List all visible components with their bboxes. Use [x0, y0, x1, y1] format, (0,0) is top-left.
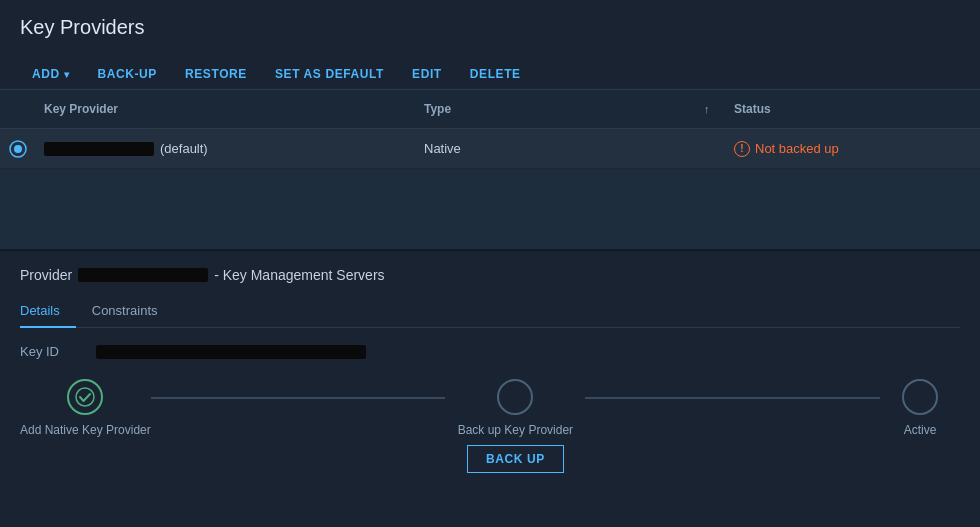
key-id-value-redacted: [96, 345, 366, 359]
step-active-circle: [902, 379, 938, 415]
row-select-icon[interactable]: [8, 139, 28, 159]
back-up-button[interactable]: BACK UP: [467, 445, 564, 473]
steps-wrapper: Add Native Key Provider Back up Key Prov…: [20, 379, 960, 473]
provider-name-redacted-2: [78, 268, 208, 282]
tabs: Details Constraints: [20, 295, 960, 328]
svg-point-1: [14, 145, 22, 153]
warning-icon: !: [734, 141, 750, 157]
row-selector-cell[interactable]: [0, 131, 36, 167]
step-add-native-label: Add Native Key Provider: [20, 423, 151, 437]
row-name-cell: (default): [36, 133, 416, 164]
col-type: Type: [416, 98, 696, 120]
detail-section: Provider - Key Management Servers Detail…: [0, 251, 980, 493]
col-sort[interactable]: ↑: [696, 98, 726, 120]
table-header: Key Provider Type ↑ Status: [0, 90, 980, 129]
tab-details[interactable]: Details: [20, 295, 76, 328]
table-empty-area: [0, 169, 980, 249]
row-status-cell: ! Not backed up: [726, 133, 980, 165]
col-key-provider: Key Provider: [36, 98, 416, 120]
sort-icon: ↑: [704, 103, 710, 115]
chevron-down-icon: ▾: [64, 69, 70, 80]
key-id-row: Key ID: [20, 344, 960, 359]
tab-constraints[interactable]: Constraints: [92, 295, 174, 328]
connector-1: [151, 397, 446, 399]
page-header: Key Providers: [0, 0, 980, 59]
page-title: Key Providers: [20, 16, 960, 39]
table-section: Key Provider Type ↑ Status (default) Na: [0, 90, 980, 251]
step-add-native-circle: [67, 379, 103, 415]
restore-button[interactable]: RESTORE: [173, 59, 259, 89]
provider-name-redacted: [44, 142, 154, 156]
key-id-label: Key ID: [20, 344, 80, 359]
step-backup-circle: [497, 379, 533, 415]
step-backup: Back up Key Provider BACK UP: [445, 379, 585, 473]
default-tag: (default): [160, 141, 208, 156]
step-backup-label: Back up Key Provider: [458, 423, 573, 437]
table-row[interactable]: (default) Native ! Not backed up: [0, 129, 980, 169]
step-active: Active: [880, 379, 960, 437]
col-selector: [0, 98, 36, 120]
toolbar: ADD ▾ BACK-UP RESTORE SET AS DEFAULT EDI…: [0, 59, 980, 90]
row-type-cell: Native: [416, 133, 696, 164]
set-default-button[interactable]: SET AS DEFAULT: [263, 59, 396, 89]
svg-point-2: [76, 388, 94, 406]
delete-button[interactable]: DELETE: [458, 59, 533, 89]
step-add-native: Add Native Key Provider: [20, 379, 151, 437]
connector-2: [585, 397, 880, 399]
row-sort-cell: [696, 141, 726, 157]
step-active-label: Active: [904, 423, 937, 437]
provider-heading: Provider - Key Management Servers: [20, 267, 960, 283]
add-button[interactable]: ADD ▾: [20, 59, 81, 89]
edit-button[interactable]: EDIT: [400, 59, 454, 89]
backup-button[interactable]: BACK-UP: [85, 59, 169, 89]
col-status: Status: [726, 98, 980, 120]
